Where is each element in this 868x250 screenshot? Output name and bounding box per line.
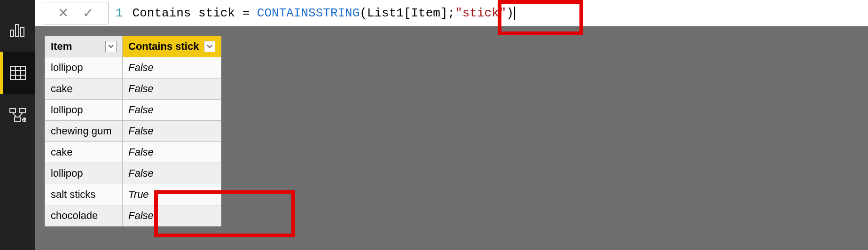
table-header-row: Item Contains stick — [45, 36, 221, 57]
formula-commit-button[interactable]: ✓ — [83, 5, 94, 21]
column-header-item[interactable]: Item — [45, 36, 123, 57]
chevron-down-icon — [207, 45, 212, 48]
report-view-nav[interactable] — [0, 9, 35, 52]
svg-rect-0 — [10, 30, 14, 37]
svg-line-12 — [19, 113, 23, 117]
main-area: ✕ ✓ 1Contains stick = CONTAINSSTRING(Lis… — [35, 0, 868, 250]
cell-contains: False — [123, 57, 221, 78]
formula-cancel-button[interactable]: ✕ — [58, 5, 69, 21]
data-view-nav[interactable] — [0, 52, 35, 94]
formula-bar: ✕ ✓ 1Contains stick = CONTAINSSTRING(Lis… — [35, 0, 868, 26]
column-filter-button[interactable] — [105, 41, 117, 52]
chevron-down-icon — [108, 45, 114, 48]
model-view-nav[interactable] — [0, 94, 35, 136]
formula-arg2: stick — [462, 6, 499, 20]
cell-item: salt sticks — [45, 184, 123, 205]
cell-contains: False — [123, 142, 221, 163]
cell-item: chocolade — [45, 205, 123, 227]
svg-rect-3 — [10, 66, 25, 79]
cell-item: chewing gum — [45, 121, 123, 142]
svg-rect-8 — [10, 109, 16, 113]
cell-contains: False — [123, 121, 221, 142]
cell-contains: True — [123, 184, 221, 205]
model-icon — [9, 108, 26, 122]
table-row[interactable]: cakeFalse — [45, 78, 221, 100]
table-row[interactable]: salt sticksTrue — [45, 184, 221, 205]
svg-line-11 — [13, 113, 16, 117]
cell-item: lollipop — [45, 163, 123, 184]
table-icon — [10, 66, 26, 80]
cell-contains: False — [123, 100, 221, 121]
table-row[interactable]: lollipopFalse — [45, 100, 221, 121]
svg-rect-1 — [16, 24, 19, 37]
formula-arg1: List1[Item] — [367, 6, 448, 20]
cell-item: cake — [45, 78, 123, 100]
formula-line-number: 1 — [116, 6, 123, 20]
cell-item: cake — [45, 142, 123, 163]
text-cursor — [514, 7, 515, 20]
column-header-label: Item — [51, 40, 72, 53]
formula-editor[interactable]: 1Contains stick = CONTAINSSTRING(List1[I… — [109, 6, 868, 20]
formula-action-buttons: ✕ ✓ — [43, 2, 109, 24]
view-nav-rail — [0, 0, 35, 250]
table-row[interactable]: cakeFalse — [45, 142, 221, 163]
table-row[interactable]: chocoladeFalse — [45, 205, 221, 227]
formula-measure-name: Contains stick — [133, 6, 235, 20]
table-row[interactable]: chewing gumFalse — [45, 121, 221, 142]
data-table: Item Contains stick — [45, 36, 221, 227]
table-row[interactable]: lollipopFalse — [45, 163, 221, 184]
cell-contains: False — [123, 78, 221, 100]
bar-chart-icon — [10, 23, 26, 38]
column-header-label: Contains stick — [128, 40, 199, 53]
formula-function-name: CONTAINSSTRING — [257, 6, 360, 20]
cell-item: lollipop — [45, 57, 123, 78]
data-table-container: Item Contains stick — [35, 26, 868, 236]
column-header-contains-stick[interactable]: Contains stick — [123, 36, 221, 57]
cell-contains: False — [123, 205, 221, 227]
svg-rect-2 — [21, 28, 24, 37]
svg-rect-9 — [20, 109, 25, 113]
cell-contains: False — [123, 163, 221, 184]
svg-rect-10 — [15, 117, 20, 121]
cell-item: lollipop — [45, 100, 123, 121]
column-filter-button[interactable] — [204, 41, 215, 52]
table-row[interactable]: lollipopFalse — [45, 57, 221, 78]
